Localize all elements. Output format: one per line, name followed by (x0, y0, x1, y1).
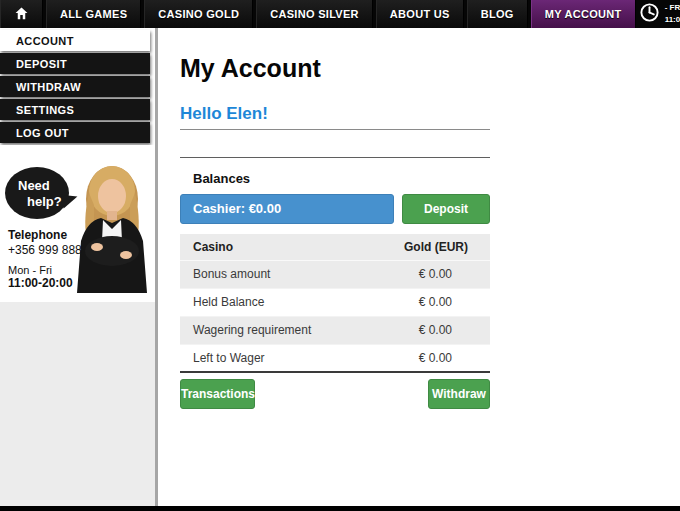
telephone-label: Telephone (8, 228, 82, 242)
help-days: Mon - Fri (8, 264, 82, 276)
nav-item-about-us[interactable]: ABOUT US (376, 0, 464, 28)
telephone-number: +356 999 888 (8, 243, 82, 257)
nav-item-blog[interactable]: BLOG (467, 0, 528, 28)
nav-item-casino-gold[interactable]: CASINO GOLD (144, 0, 253, 28)
sidebar-item-withdraw[interactable]: WITHDRAW (0, 76, 150, 97)
row-value: € 0.00 (367, 344, 490, 372)
page-body: ACCOUNT DEPOSIT WITHDRAW SETTINGS LOG OU… (0, 28, 680, 506)
account-content: My Account Hello Elen! Balances Cashier:… (180, 54, 490, 409)
column-header-gold-eur: Gold (EUR) (367, 234, 490, 260)
table-row: Left to Wager € 0.00 (180, 344, 490, 372)
row-label: Held Balance (180, 288, 367, 316)
nav-item-my-account[interactable]: MY ACCOUNT (531, 0, 636, 28)
withdraw-button[interactable]: Withdraw (428, 379, 490, 409)
sidebar-filler (0, 302, 155, 506)
nav-home-button[interactable] (0, 0, 43, 28)
sidebar-item-account[interactable]: ACCOUNT (0, 30, 150, 51)
row-label: Left to Wager (180, 344, 367, 372)
sidebar-item-settings[interactable]: SETTINGS (0, 99, 150, 120)
contact-info: Telephone +356 999 888 Mon - Fri 11:00-2… (8, 228, 82, 290)
nav-item-all-games[interactable]: ALL GAMES (46, 0, 141, 28)
balance-actions: Cashier: €0.00 Deposit (180, 194, 490, 224)
deposit-button[interactable]: Deposit (402, 194, 490, 224)
top-navigation: ALL GAMES CASINO GOLD CASINO SILVER ABOU… (0, 0, 680, 28)
hours-days: MON - FRI (665, 0, 680, 14)
divider-balances (180, 157, 490, 158)
page-title: My Account (180, 54, 490, 83)
clock-icon (639, 2, 660, 27)
row-value: € 0.00 (367, 260, 490, 288)
sidebar-item-deposit[interactable]: DEPOSIT (0, 53, 150, 74)
row-label: Bonus amount (180, 260, 367, 288)
divider-top (180, 129, 490, 130)
need-help-panel: Need help? (0, 145, 155, 302)
row-value: € 0.00 (367, 288, 490, 316)
main-area: My Account Hello Elen! Balances Cashier:… (158, 28, 680, 506)
table-row: Held Balance € 0.00 (180, 288, 490, 316)
account-sidebar: ACCOUNT DEPOSIT WITHDRAW SETTINGS LOG OU… (0, 28, 158, 506)
balances-heading: Balances (180, 171, 490, 186)
casino-account-page: ALL GAMES CASINO GOLD CASINO SILVER ABOU… (0, 0, 680, 511)
row-label: Wagering requirement (180, 316, 367, 344)
column-header-casino: Casino (180, 234, 367, 260)
home-icon (14, 6, 29, 23)
sidebar-item-logout[interactable]: LOG OUT (0, 122, 150, 143)
table-row: Wagering requirement € 0.00 (180, 316, 490, 344)
opening-hours-block: MON - FRI 11:00-20:00 (639, 0, 680, 28)
transactions-button[interactable]: Transactions (180, 379, 255, 409)
row-value: € 0.00 (367, 316, 490, 344)
need-help-bubble: Need help? (5, 167, 69, 219)
bubble-text-line1: Need (18, 178, 50, 193)
balances-table: Casino Gold (EUR) Bonus amount € 0.00 He… (180, 234, 490, 373)
help-time: 11:00-20:00 (8, 276, 82, 290)
account-menu: ACCOUNT DEPOSIT WITHDRAW SETTINGS LOG OU… (0, 30, 155, 145)
footer-actions: Transactions Withdraw (180, 379, 490, 409)
table-row: Bonus amount € 0.00 (180, 260, 490, 288)
nav-item-casino-silver[interactable]: CASINO SILVER (256, 0, 373, 28)
table-header-row: Casino Gold (EUR) (180, 234, 490, 260)
bubble-text-line2: help? (27, 194, 69, 210)
cashier-balance-button[interactable]: Cashier: €0.00 (180, 194, 394, 224)
greeting-text: Hello Elen! (180, 104, 490, 124)
